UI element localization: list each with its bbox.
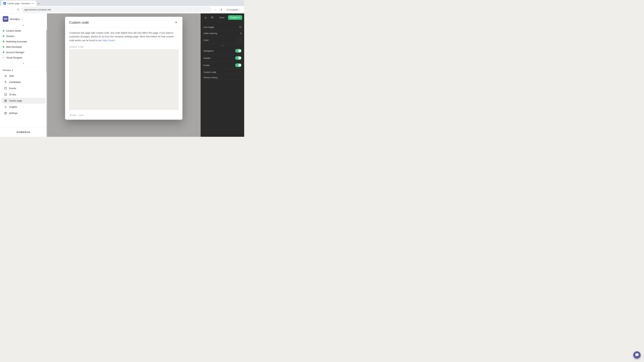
settings-icon	[4, 112, 7, 115]
sidebar-item-jobs-label: Jobs	[9, 75, 14, 77]
job-item-web-developer[interactable]: Web Developer	[0, 44, 47, 50]
job-title: Content Writer	[6, 29, 21, 32]
custom-code-modal: Custom code ✕ Customize this page with c…	[65, 17, 182, 120]
sidebar-item-candidates[interactable]: Candidates	[1, 79, 46, 85]
svg-point-0	[5, 81, 6, 82]
job-status-dot	[3, 57, 4, 58]
color-swatch[interactable]	[238, 38, 242, 42]
sidebar-item-jobs[interactable]: ⊞ Jobs	[1, 73, 46, 79]
tab-close-button[interactable]: ✕	[32, 2, 34, 5]
footer-toggle[interactable]	[235, 63, 242, 67]
job-status-dot	[3, 46, 4, 48]
panel-dot-3	[224, 45, 224, 46]
reload-button[interactable]: ↻	[16, 7, 21, 12]
job-item-teacher[interactable]: Teacher	[0, 33, 47, 39]
footer-label: Footer	[204, 64, 210, 66]
right-panel: Save Publish ▾ Line height 72 Letter spa…	[200, 13, 244, 137]
job-title: Account Manager	[6, 51, 24, 54]
avatar: MM	[3, 16, 8, 22]
bookmark-button[interactable]: ☆	[213, 7, 218, 12]
job-status-dot	[3, 51, 4, 53]
navigation-label: Navigation	[204, 50, 214, 52]
head-code-label: <head> code	[69, 45, 178, 48]
svg-point-8	[5, 113, 6, 113]
publish-button[interactable]: Publish ▾	[228, 15, 242, 20]
tab-favicon: H	[3, 2, 6, 5]
color-row: Color	[204, 36, 242, 44]
svg-rect-1	[4, 87, 6, 89]
panel-preview-button[interactable]	[210, 15, 215, 20]
job-item-marketing-associate[interactable]: Marketing Associate	[0, 39, 47, 44]
job-item-account-manager[interactable]: Account Manager	[0, 50, 47, 55]
panel-section-dots	[204, 44, 242, 47]
version-history-section[interactable]: Version history	[204, 74, 242, 80]
job-status-dot	[3, 35, 4, 37]
url-display: app.homerun.co/career-site	[24, 8, 209, 11]
sidebar-item-todos[interactable]: To-dos	[1, 91, 46, 97]
app-container: MM Moodjoy ▾ ▲ Content Writer Teacher Ma…	[0, 13, 244, 137]
sidebar: MM Moodjoy ▾ ▲ Content Writer Teacher Ma…	[0, 13, 47, 137]
modal-description-text2: .	[115, 39, 116, 42]
job-status-dot	[3, 41, 4, 42]
modal-description-text1: Customize this page with custom code. An…	[69, 31, 174, 42]
modal-title: Custom code	[69, 21, 89, 24]
back-button[interactable]: ←	[2, 7, 8, 12]
forward-button[interactable]: →	[9, 7, 14, 12]
tab-title: Career page · Homerun	[8, 2, 30, 5]
letter-spacing-label: Letter spacing	[204, 32, 217, 34]
letter-spacing-value[interactable]: 0	[240, 32, 242, 34]
browser-chrome: H Career page · Homerun ✕ + ← → ↻ app.ho…	[0, 0, 244, 13]
menu-button[interactable]: ⋮	[237, 7, 242, 12]
scroll-up-button[interactable]: ▲	[22, 24, 25, 26]
browser-toolbar: ← → ↻ app.homerun.co/career-site ☆ ⬇ ⊡ I…	[0, 6, 244, 13]
sidebar-item-career-page[interactable]: Career page	[1, 98, 46, 104]
right-panel-content: Line height 72 Letter spacing 0 Color Na…	[201, 22, 244, 82]
svg-point-9	[205, 17, 206, 18]
sidebar-item-insights[interactable]: Insights	[1, 104, 46, 110]
scroll-down-button[interactable]: ▼	[22, 62, 25, 65]
modal-body: Customize this page with custom code. An…	[65, 28, 182, 120]
help-center-link[interactable]: Help Center	[102, 39, 115, 42]
sidebar-item-settings[interactable]: Settings	[1, 110, 46, 116]
save-button[interactable]: Save	[217, 15, 227, 20]
scroll-down-container: ▼	[0, 62, 47, 65]
scroll-thumb[interactable]	[46, 30, 47, 73]
job-item-visual-designer[interactable]: Visual Designer	[0, 55, 47, 60]
header-label: Header	[204, 57, 211, 59]
letter-spacing-row: Letter spacing 0	[204, 30, 242, 36]
navigation-toggle-row: Navigation	[204, 47, 242, 54]
color-label: Color	[204, 39, 209, 41]
footer-toggle-row: Footer	[204, 62, 242, 69]
todos-icon	[4, 93, 7, 96]
job-title: Teacher	[6, 35, 14, 37]
navigation-toggle[interactable]	[235, 49, 242, 53]
active-tab[interactable]: H Career page · Homerun ✕	[1, 1, 36, 6]
sidebar-item-events[interactable]: Events	[1, 85, 46, 91]
header-toggle[interactable]	[235, 56, 242, 60]
modal-close-button[interactable]: ✕	[174, 20, 178, 25]
svg-point-10	[212, 17, 212, 18]
company-dropdown-arrow[interactable]: ▾	[22, 18, 22, 20]
candidates-icon	[4, 81, 7, 84]
toolbar-actions: ☆ ⬇ ⊡ Incognito ⋮	[213, 7, 242, 12]
scroll-up-container: ▲	[0, 23, 47, 27]
homerun-logo: HOMERUN	[0, 130, 47, 135]
new-tab-button[interactable]: +	[36, 1, 41, 6]
company-section-arrow: ▾	[12, 69, 13, 71]
line-height-value[interactable]: 72	[239, 26, 242, 28]
head-code-editor[interactable]	[69, 49, 178, 110]
job-title: Visual Designer	[6, 56, 22, 59]
custom-code-section[interactable]: Custom code	[204, 69, 242, 74]
address-bar[interactable]: app.homerun.co/career-site	[22, 7, 211, 12]
line-height-row: Line height 72	[204, 24, 242, 30]
download-button[interactable]: ⬇	[219, 7, 224, 12]
modal-overlay[interactable]: Custom code ✕ Customize this page with c…	[47, 13, 200, 137]
sidebar-nav: ⊞ Jobs Candidates Events To-dos	[0, 72, 47, 117]
panel-settings-button[interactable]	[203, 15, 208, 20]
sidebar-bottom: HOMERUN	[0, 127, 47, 137]
job-title: Marketing Associate	[6, 40, 27, 43]
modal-description: Customize this page with custom code. An…	[69, 31, 178, 42]
job-item-content-writer[interactable]: Content Writer	[0, 28, 47, 33]
profile-button[interactable]: Incognito	[231, 7, 236, 12]
insights-icon	[4, 105, 7, 108]
